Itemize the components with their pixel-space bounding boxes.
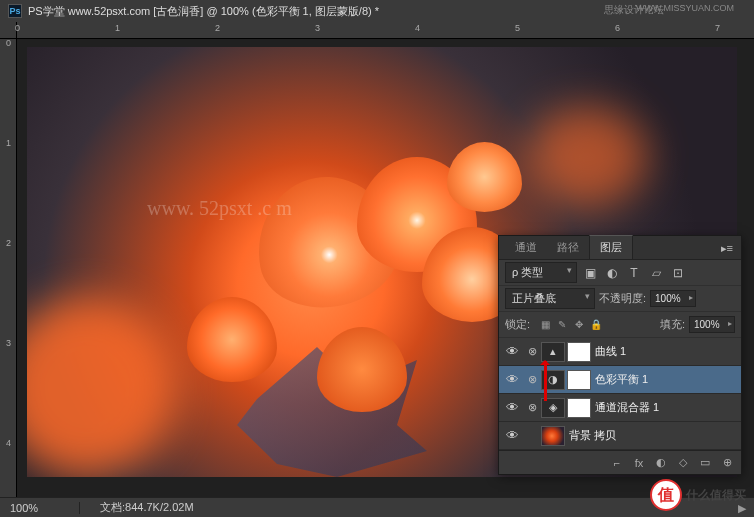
document-size[interactable]: 文档:844.7K/2.02M — [80, 500, 214, 515]
layer-item[interactable]: 👁⊗◈通道混合器 1 — [499, 394, 741, 422]
tab-layers[interactable]: 图层 — [589, 235, 633, 259]
tab-paths[interactable]: 路径 — [547, 236, 589, 259]
link-layers-icon[interactable]: ⌐ — [609, 457, 625, 469]
lock-row: 锁定: ▦ ✎ ✥ 🔒 填充: 100% — [499, 312, 741, 338]
ruler-horizontal[interactable]: 01234567 — [17, 22, 754, 39]
document-title: PS学堂 www.52psxt.com [古色润香] @ 100% (色彩平衡 … — [28, 4, 379, 19]
filter-shape-icon[interactable]: ▱ — [647, 265, 665, 281]
visibility-eye-icon[interactable]: 👁 — [501, 372, 523, 387]
watermark-badge: 值 什么值得买 — [650, 479, 746, 511]
zoom-level[interactable]: 100% — [0, 502, 80, 514]
ruler-vertical[interactable]: 01234 — [0, 39, 17, 497]
filter-adjust-icon[interactable]: ◐ — [603, 265, 621, 281]
layer-name[interactable]: 色彩平衡 1 — [595, 372, 648, 387]
lock-label: 锁定: — [505, 317, 530, 332]
mask-icon[interactable]: ◐ — [653, 456, 669, 469]
fill-label: 填充: — [660, 317, 685, 332]
layer-list: 👁⊗▴曲线 1👁⊗◑色彩平衡 1👁⊗◈通道混合器 1👁背景 拷贝 — [499, 338, 741, 450]
fill-input[interactable]: 100% — [689, 316, 735, 333]
mask-thumb[interactable] — [567, 370, 591, 390]
badge-icon: 值 — [650, 479, 682, 511]
blend-row: 正片叠底 不透明度: 100% — [499, 286, 741, 312]
link-icon[interactable]: ⊗ — [523, 345, 541, 358]
layer-name[interactable]: 背景 拷贝 — [569, 428, 616, 443]
panel-menu-icon[interactable]: ▸≡ — [713, 238, 741, 259]
annotation-arrow — [544, 361, 547, 401]
watermark-text: www. 52psxt .c m — [147, 197, 292, 220]
filter-pixel-icon[interactable]: ▣ — [581, 265, 599, 281]
layer-item[interactable]: 👁⊗◑色彩平衡 1 — [499, 366, 741, 394]
opacity-input[interactable]: 100% — [650, 290, 696, 307]
group-icon[interactable]: ▭ — [697, 456, 713, 469]
layer-name[interactable]: 曲线 1 — [595, 344, 626, 359]
filter-type-dropdown[interactable]: ρ 类型 — [505, 262, 577, 283]
panel-tabs: 通道 路径 图层 ▸≡ — [499, 236, 741, 260]
forum-url: WWW.MISSYUAN.COM — [636, 3, 734, 13]
visibility-eye-icon[interactable]: 👁 — [501, 344, 523, 359]
layer-name[interactable]: 通道混合器 1 — [595, 400, 659, 415]
layers-panel: 通道 路径 图层 ▸≡ ρ 类型 ▣ ◐ T ▱ ⊡ 正片叠底 不透明度: 10… — [498, 235, 742, 475]
mask-thumb[interactable] — [567, 398, 591, 418]
mask-thumb[interactable] — [567, 342, 591, 362]
tab-channels[interactable]: 通道 — [505, 236, 547, 259]
filter-smart-icon[interactable]: ⊡ — [669, 265, 687, 281]
visibility-eye-icon[interactable]: 👁 — [501, 428, 523, 443]
lock-position-icon[interactable]: ✥ — [572, 318, 586, 332]
layer-item[interactable]: 👁⊗▴曲线 1 — [499, 338, 741, 366]
lock-transparency-icon[interactable]: ▦ — [538, 318, 552, 332]
badge-text: 什么值得买 — [686, 487, 746, 504]
ps-app-icon: Ps — [8, 4, 22, 18]
status-bar: 100% 文档:844.7K/2.02M ▶ — [0, 497, 754, 517]
filter-type-icon[interactable]: T — [625, 265, 643, 281]
lock-pixels-icon[interactable]: ✎ — [555, 318, 569, 332]
opacity-label: 不透明度: — [599, 291, 646, 306]
link-icon[interactable]: ⊗ — [523, 401, 541, 414]
filter-row: ρ 类型 ▣ ◐ T ▱ ⊡ — [499, 260, 741, 286]
fx-icon[interactable]: fx — [631, 457, 647, 469]
panel-footer: ⌐ fx ◐ ◇ ▭ ⊕ — [499, 450, 741, 474]
layer-item[interactable]: 👁背景 拷贝 — [499, 422, 741, 450]
new-layer-icon[interactable]: ⊕ — [719, 456, 735, 469]
link-icon[interactable]: ⊗ — [523, 373, 541, 386]
lock-all-icon[interactable]: 🔒 — [589, 318, 603, 332]
layer-thumb[interactable] — [541, 426, 565, 446]
blend-mode-dropdown[interactable]: 正片叠底 — [505, 288, 595, 309]
adjustment-icon[interactable]: ◇ — [675, 456, 691, 469]
visibility-eye-icon[interactable]: 👁 — [501, 400, 523, 415]
